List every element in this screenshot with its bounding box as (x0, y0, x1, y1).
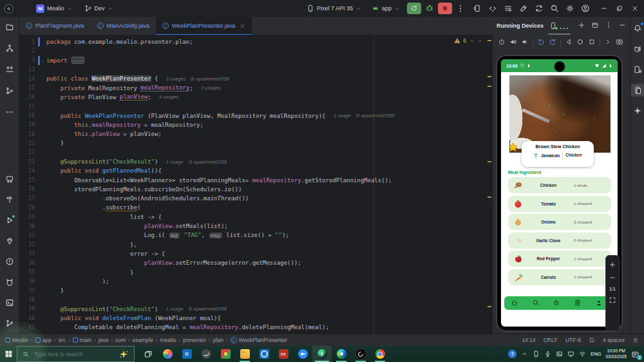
tray-network-button[interactable] (579, 348, 586, 360)
stripe-running-devices[interactable] (631, 84, 644, 97)
emu-rotate-left-button[interactable] (537, 37, 545, 48)
code-line[interactable]: 23 @SuppressLint("CheckResult") 1 usagea… (19, 157, 486, 166)
stripe-logcat[interactable] (3, 276, 16, 289)
nav-planner-button[interactable] (574, 298, 582, 309)
code-line[interactable]: 22 (19, 148, 486, 157)
editor-scrollbar[interactable] (488, 35, 491, 334)
lock-open-icon[interactable] (632, 337, 639, 343)
breadcrumb-item[interactable]: CWeekPlanPresenter (231, 337, 287, 343)
code-line[interactable]: 20 this.planView = planView; (19, 129, 486, 138)
taskbar-app-copilot[interactable] (158, 346, 177, 362)
ingredient-row-carrot[interactable]: Carrots1 chopped (508, 269, 611, 285)
panel-add-button[interactable] (578, 20, 585, 32)
line-number[interactable]: 37 (19, 288, 38, 294)
breadcrumb-item[interactable]: java (99, 337, 109, 343)
notifications-button[interactable]: 2 (631, 350, 640, 359)
stop-button[interactable] (438, 3, 452, 14)
taskbar-app-obs[interactable] (351, 346, 370, 362)
usage-hint[interactable]: 3 usages (166, 76, 185, 82)
emu-volume-down-button[interactable] (521, 37, 529, 48)
emu-back-button[interactable] (565, 37, 573, 48)
nav-home-button[interactable] (511, 298, 518, 309)
code-line[interactable]: 24 public void getPlannedMeal(){ (19, 166, 486, 175)
main-menu-icon[interactable] (19, 4, 28, 13)
indent-setting[interactable]: 4 spaces (603, 337, 625, 343)
breadcrumb-item[interactable]: mealio (160, 337, 176, 343)
code-line[interactable]: 39 @SuppressLint("CheckResult") 1 usagea… (19, 305, 486, 314)
debug-button[interactable] (425, 3, 434, 14)
line-number[interactable]: 39 (19, 306, 38, 312)
breadcrumb-item[interactable]: main (73, 337, 91, 343)
zoom-in-icon[interactable] (609, 261, 616, 269)
emu-expand-button[interactable] (604, 37, 612, 48)
next-problem-icon[interactable] (477, 38, 483, 44)
line-number[interactable]: 21 (19, 140, 38, 146)
stripe-terminal[interactable] (3, 296, 16, 309)
line-number[interactable]: 35 (19, 269, 38, 275)
author-hint[interactable]: ayaahmed2058 (188, 159, 227, 165)
panel-more-vertical-button[interactable] (605, 20, 612, 32)
code-line[interactable]: 13 (19, 65, 486, 74)
search-icon[interactable] (550, 4, 559, 13)
stripe-project-folder[interactable] (3, 21, 16, 33)
code-line[interactable]: 31 Log.i( tag: "TAG", msg: list.size() +… (19, 231, 486, 240)
code-line[interactable]: 15 private MealRepository mealRepository… (19, 83, 486, 92)
tab-mainactivity-java[interactable]: CMainActivity.java (91, 17, 156, 35)
usage-hint[interactable]: 3 usages (201, 85, 220, 91)
code-line[interactable]: 21 } (19, 138, 486, 148)
nav-profile-button[interactable] (595, 298, 603, 309)
ingredient-row-chicken[interactable]: Chicken1 whole (508, 177, 611, 193)
stripe-profiler[interactable] (631, 43, 644, 55)
line-number[interactable]: 34 (19, 260, 38, 266)
breadcrumb-item[interactable]: com (115, 337, 126, 343)
line-number[interactable]: 1 (19, 39, 38, 45)
line-number[interactable]: 3 (19, 57, 38, 63)
line-number[interactable]: 19 (19, 122, 38, 128)
line-number[interactable]: 15 (19, 85, 38, 91)
minimize-window-button[interactable] (596, 1, 612, 15)
taskbar-app-zoom-app[interactable] (293, 346, 312, 362)
close-window-button[interactable] (627, 1, 643, 15)
line-number[interactable]: 14 (19, 76, 38, 82)
taskbar-app-snagit[interactable] (196, 346, 216, 362)
more-actions-icon[interactable] (456, 4, 465, 13)
stripe-run-app[interactable] (3, 214, 16, 227)
panel-window-button[interactable] (591, 20, 599, 32)
code-line[interactable]: 38 (19, 295, 486, 304)
taskbar-clock[interactable]: 10:00 PM 03/03/2025 (605, 348, 627, 359)
code-line[interactable]: 17 (19, 102, 486, 111)
start-button[interactable] (0, 346, 17, 362)
tray-display-button[interactable] (567, 348, 574, 360)
zoom-reset-button[interactable]: 1:1 (609, 287, 615, 291)
code-line[interactable]: 2 (19, 46, 486, 55)
search-input[interactable] (33, 350, 100, 358)
code-line[interactable]: 27 .observeOn(AndroidSchedulers.mainThre… (19, 194, 486, 203)
taskbar-app-edge[interactable] (332, 346, 351, 362)
code-line[interactable]: 34 planView.setErrorMessage(error.getMes… (19, 258, 486, 267)
stripe-pull-requests[interactable] (3, 63, 16, 76)
line-number[interactable]: 32 (19, 242, 38, 247)
taskbar-search[interactable] (17, 346, 135, 362)
breadcrumb-item[interactable]: presenter (183, 337, 206, 343)
branch-selector[interactable]: Dev (81, 3, 117, 14)
language-indicator[interactable]: ENG (591, 351, 601, 357)
usage-hint[interactable]: 1 usage (334, 113, 351, 119)
code-line[interactable]: 16 private PlanView planView; 4 usages (19, 93, 486, 102)
code-line[interactable]: 28 .subscribe( (19, 203, 486, 212)
author-hint[interactable]: ayaahmed2058 (188, 306, 227, 312)
code-editor[interactable]: 1package com.example.mealio.presenter.pl… (19, 35, 493, 334)
stripe-device-explorer[interactable] (631, 63, 644, 76)
usage-hint[interactable]: 1 usage (166, 306, 184, 312)
tab-planfragment-java[interactable]: CPlanFragment.java (19, 17, 91, 35)
zoom-out-icon[interactable] (609, 274, 616, 281)
line-number[interactable]: 36 (19, 278, 38, 284)
usage-hint[interactable]: 1 usage (166, 159, 184, 165)
project-selector[interactable]: M Mealio (33, 3, 76, 14)
code-with-me-icon[interactable] (488, 4, 497, 13)
maximize-window-button[interactable] (612, 1, 627, 15)
line-number[interactable]: 38 (19, 297, 38, 303)
tray-caret-up-button[interactable] (521, 348, 528, 360)
device-mirroring-icon[interactable] (473, 4, 482, 13)
tray-mic-button[interactable] (544, 348, 551, 360)
ingredient-row-tomato[interactable]: Tomato1 chopped (508, 196, 611, 212)
